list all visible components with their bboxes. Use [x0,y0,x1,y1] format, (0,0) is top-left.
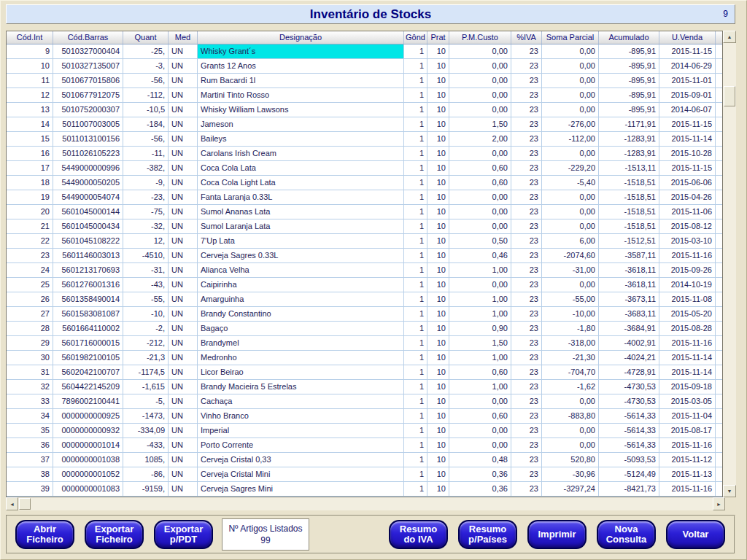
table-row[interactable]: 115010677015806-56,UNRum Bacardi 1l1100,… [7,74,722,88]
cell-cod_barras: 5601276001316 [53,278,123,292]
column-header-pm_custo[interactable]: P.M.Custo [449,31,511,44]
resumo-paises-button[interactable]: Resumop/Países [458,520,517,549]
column-header-u_venda[interactable]: U.Venda [659,31,716,44]
page-title: Inventário de Stocks [7,5,735,23]
table-row[interactable]: 305601982100105-21,3UNMedronho1101,0023-… [7,351,722,365]
cell-prat: 10 [427,147,449,160]
cell-iva: 23 [511,219,542,233]
table-row[interactable]: 205601045000144-75,UNSumol Ananas Lata11… [7,205,722,219]
cell-designacao: Rum Bacardi 1l [198,74,404,88]
table-row[interactable]: 215601045000434-32,UNSumol Laranja Lata1… [7,219,722,234]
column-header-prat[interactable]: Prat [427,31,449,44]
cell-gond: 1 [404,205,427,219]
cell-cod_barras: 5601583081087 [53,307,123,321]
down-arrow-icon: ▼ [727,489,732,494]
table-row[interactable]: 285601664110002-2,UNBagaço1100,9023-1,80… [7,322,722,336]
column-header-gond[interactable]: Gônd [404,31,427,44]
cell-cod_int: 37 [7,453,53,467]
table-row[interactable]: 105010327135007-3,UNGrants 12 Anos1100,0… [7,59,722,74]
table-row[interactable]: 295601716000015-212,UNBrandymel1101,5023… [7,336,722,351]
table-row[interactable]: 235601146003013-4510,UNCerveja Sagres 0.… [7,249,722,263]
nova-consulta-button[interactable]: NovaConsulta [597,520,656,549]
cell-designacao: Licor Beirao [198,365,404,379]
table-row[interactable]: 145011007003005-184,UNJameson1101,5023-2… [7,117,722,132]
cell-iva: 23 [511,424,542,438]
column-header-soma_parcial[interactable]: Soma Parcial [542,31,599,44]
table-row[interactable]: 175449000000996-382,UNCoca Cola Lata1100… [7,161,722,176]
horizontal-scrollbar-thumb[interactable] [19,498,31,510]
column-header-cod_int[interactable]: Cód.Int [7,31,53,44]
column-header-designacao[interactable]: Designação [198,31,404,44]
cell-acumulado: -895,91 [599,103,659,117]
cell-iva: 23 [511,380,542,394]
cell-med: UN [169,147,198,160]
table-row[interactable]: 195449000054074-23,UNFanta Laranja 0.33L… [7,190,722,205]
column-header-iva[interactable]: %IVA [511,31,542,44]
table-row[interactable]: 275601583081087-10,UNBrandy Constantino1… [7,307,722,322]
table-row[interactable]: 22560104510822212,UN7'Up Lata1100,50236,… [7,234,722,249]
cell-gond: 1 [404,467,427,481]
column-header-cod_barras[interactable]: Cód.Barras [53,31,123,44]
scroll-left-button[interactable]: ◄ [6,497,18,510]
cell-quant: 12, [123,234,169,248]
voltar-button[interactable]: Voltar [666,520,725,549]
cell-cod_int: 19 [7,190,53,204]
table-row[interactable]: 360000000001014-433,UNPorto Corrente1100… [7,438,722,453]
table-row[interactable]: 185449000050205-9,UNCoca Cola Light Lata… [7,176,722,190]
table-row[interactable]: 350000000000932-334,09UNImperial1100,002… [7,424,722,438]
cell-prat: 10 [427,409,449,423]
cell-cod_barras: 5010677912075 [53,88,123,102]
vertical-scrollbar-thumb[interactable] [724,86,735,106]
abrir-ficheiro-button[interactable]: AbrirFicheiro [15,520,74,549]
cell-med: UN [169,467,198,481]
cell-prat: 10 [427,278,449,292]
imprimir-button[interactable]: Imprimir [527,520,587,549]
table-row[interactable]: 337896002100441-5,UNCachaça1100,00230,00… [7,394,722,409]
cell-soma_parcial: -1,62 [542,380,599,394]
horizontal-scrollbar[interactable]: ◄ ► [6,497,725,510]
cell-designacao: Bagaço [198,322,404,335]
vertical-scrollbar[interactable]: ▲ ▼ [723,31,736,497]
cell-quant: -5, [123,394,169,408]
column-header-med[interactable]: Med [169,31,198,44]
column-header-acumulado[interactable]: Acumulado [599,31,659,44]
table-row[interactable]: 155011013100156-56,UNBaileys1102,0023-11… [7,132,722,147]
cell-pm_custo: 0,60 [449,161,511,175]
table-row[interactable]: 3700000000010381085,UNCerveja Cristal 0,… [7,453,722,467]
table-row[interactable]: 325604422145209-1,615UNBrandy Macieira 5… [7,380,722,394]
cell-cod_int: 10 [7,59,53,73]
table-row[interactable]: 165011026105223-11,UNCarolans Irish Crea… [7,147,722,161]
cell-acumulado: -1518,51 [599,176,659,190]
cell-cod_barras: 5601146003013 [53,249,123,262]
table-row[interactable]: 95010327000404-25,UNWhisky Grant´s1100,0… [7,44,722,59]
table-row[interactable]: 380000000001052-86,UNCerveja Cristal Min… [7,467,722,482]
button-label: Imprimir [538,529,576,540]
exportar-pdt-button[interactable]: Exportarp/PDT [154,520,213,549]
cell-med: UN [169,292,198,306]
cell-prat: 10 [427,292,449,306]
scroll-right-button[interactable]: ► [713,497,725,510]
cell-u_venda: 2015-11-16 [659,438,716,452]
cell-filler [716,351,722,365]
table-row[interactable]: 255601276001316-43,UNCaipirinha1100,0023… [7,278,722,292]
table-row[interactable]: 245601213170693-31,UNAlianca Velha1101,0… [7,263,722,278]
exportar-ficheiro-button[interactable]: ExportarFicheiro [85,520,144,549]
resumo-iva-button[interactable]: Resumodo IVA [389,520,448,549]
cell-acumulado: -4730,53 [599,380,659,394]
cell-designacao: Jameson [198,117,404,131]
table-row[interactable]: 265601358490014-55,UNAmarguinha1101,0023… [7,292,722,307]
cell-quant: -1473, [123,409,169,423]
table-row[interactable]: 135010752000307-10,5UNWhisky William Law… [7,103,722,117]
table-row[interactable]: 390000000001083-9159,UNCerveja Sagres Mi… [7,482,722,497]
button-label: Consulta [606,534,647,545]
table-row[interactable]: 315602042100707-1174,5UNLicor Beirao1100… [7,365,722,380]
cell-u_venda: 2015-11-13 [659,467,716,481]
table-row[interactable]: 340000000000925-1473,UNVinho Branco1100,… [7,409,722,424]
scroll-down-button[interactable]: ▼ [723,485,736,497]
table-row[interactable]: 125010677912075-112,UNMartini Tinto Ross… [7,88,722,103]
scroll-up-button[interactable]: ▲ [723,31,736,43]
cell-prat: 10 [427,161,449,175]
column-header-quant[interactable]: Quant [123,31,169,44]
cell-iva: 23 [511,292,542,306]
cell-acumulado: -1283,91 [599,132,659,146]
